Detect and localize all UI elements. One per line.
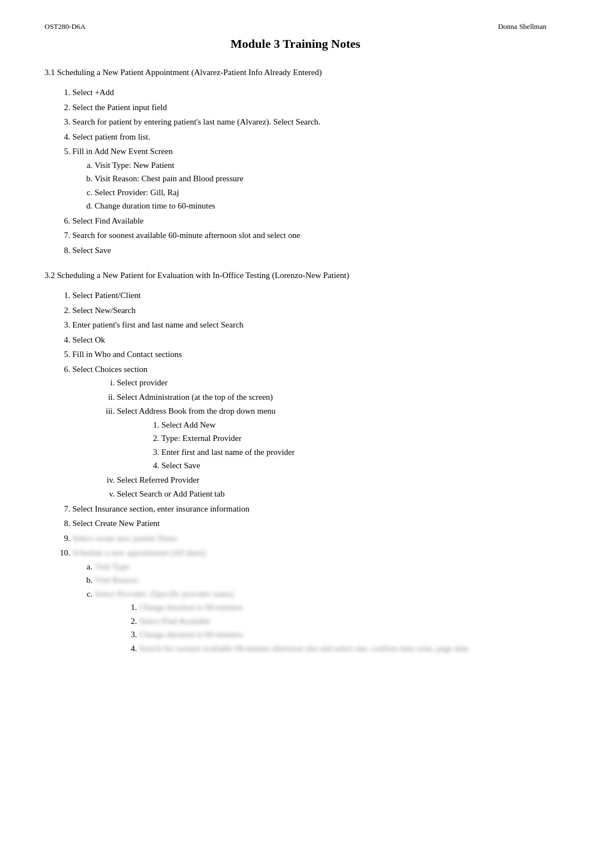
section-3-2-heading: 3.2 Scheduling a New Patient for Evaluat… <box>45 270 546 281</box>
section-3-2-roman-list: Select provider Select Administration (a… <box>117 376 546 500</box>
list-item: Fill in Who and Contact sections <box>72 348 546 361</box>
section-3-1-list: Select +Add Select the Patient input fie… <box>72 86 546 256</box>
header-right: Donna Shellman <box>498 22 546 31</box>
section-3-1-heading: 3.1 Scheduling a New Patient Appointment… <box>45 67 546 78</box>
list-item: Select Patient/Client <box>72 289 546 302</box>
list-item: Enter first and last name of the provide… <box>161 446 546 459</box>
list-item-blurred: Schedule a new appointment (All dates) V… <box>72 547 546 654</box>
list-item: Select Address Book from the drop down m… <box>117 405 546 472</box>
section-3-2: 3.2 Scheduling a New Patient for Evaluat… <box>45 270 546 654</box>
list-item: Select Save <box>72 244 546 257</box>
section-3-1: 3.1 Scheduling a New Patient Appointment… <box>45 67 546 256</box>
list-item: Select Administration (at the top of the… <box>117 391 546 404</box>
list-item: Enter patient's first and last name and … <box>72 319 546 331</box>
section-3-2-list: Select Patient/Client Select New/Search … <box>72 289 546 654</box>
list-item: Select Ok <box>72 334 546 346</box>
list-item: Visit Type: New Patient <box>95 159 546 172</box>
list-item-blurred: Select create new patient Notes <box>72 532 546 545</box>
list-item: Select Insurance section, enter insuranc… <box>72 503 546 515</box>
section-3-1-sublist: Visit Type: New Patient Visit Reason: Ch… <box>95 159 546 212</box>
list-item-blurred: Visit Type: <box>95 561 546 573</box>
list-item-blurred: Select Find Available <box>139 615 546 628</box>
list-item: Fill in Add New Event Screen Visit Type:… <box>72 145 546 212</box>
list-item-blurred: Visit Reason: <box>95 574 546 587</box>
list-item: Select Save <box>161 459 546 472</box>
list-item: Select Provider: Gill, Raj <box>95 186 546 199</box>
page-title: Module 3 Training Notes <box>45 37 546 51</box>
section-3-2-inner-list: Select Add New Type: External Provider E… <box>161 419 546 472</box>
header-left: OST280-D6A <box>45 22 86 31</box>
list-item: Change duration time to 60-minutes <box>95 200 546 212</box>
list-item: Select Create New Patient <box>72 517 546 530</box>
list-item: Select patient from list. <box>72 131 546 143</box>
list-item: Select provider <box>117 376 546 389</box>
list-item: Select the Patient input field <box>72 101 546 114</box>
list-item-blurred: Select Provider: (Specific provider name… <box>95 588 546 655</box>
list-item-blurred: Search for soonest available 60-minute a… <box>139 642 546 655</box>
list-item: Select Find Available <box>72 215 546 227</box>
list-item: Search for patient by entering patient's… <box>72 116 546 128</box>
list-item: Select Choices section Select provider S… <box>72 363 546 500</box>
list-item: Select Referred Provider <box>117 474 546 487</box>
list-item: Type: External Provider <box>161 432 546 445</box>
list-item: Select New/Search <box>72 304 546 317</box>
list-item: Select +Add <box>72 86 546 99</box>
list-item-blurred: Change duration to 60-minutes <box>139 628 546 641</box>
list-item: Visit Reason: Chest pain and Blood press… <box>95 172 546 185</box>
page-header: OST280-D6A Donna Shellman <box>45 22 546 31</box>
list-item: Search for soonest available 60-minute a… <box>72 229 546 242</box>
list-item: Select Search or Add Patient tab <box>117 488 546 500</box>
section-3-2-blurred-sublist: Visit Type: Visit Reason: Select Provide… <box>95 561 546 655</box>
list-item-blurred: Change duration to 60-minutes <box>139 601 546 614</box>
list-item: Select Add New <box>161 419 546 431</box>
